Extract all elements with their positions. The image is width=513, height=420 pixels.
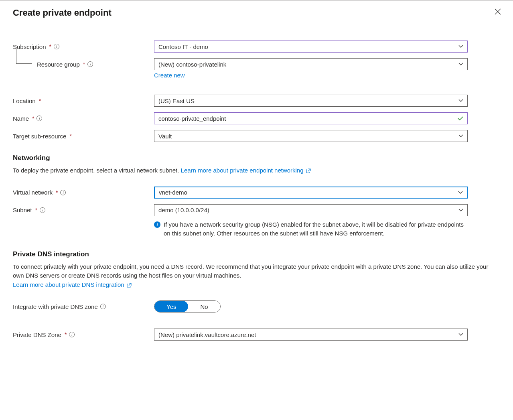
- required-indicator: *: [39, 97, 41, 104]
- subnet-value: demo (10.0.0.0/24): [158, 207, 209, 213]
- dns-section-desc: To connect privately with your private e…: [13, 262, 500, 290]
- virtual-network-select[interactable]: vnet-demo: [154, 187, 468, 199]
- page-title: Create private endpoint: [13, 8, 500, 18]
- required-indicator: *: [69, 133, 71, 139]
- networking-section-title: Networking: [13, 154, 500, 162]
- dns-section-title: Private DNS integration: [13, 250, 500, 258]
- tree-connector: [16, 48, 32, 64]
- info-badge-icon: i: [154, 221, 160, 228]
- external-link-icon: [127, 283, 132, 288]
- name-input[interactable]: contoso-private_endpoint: [154, 112, 468, 124]
- chevron-down-icon: [458, 191, 463, 194]
- external-link-icon: [306, 168, 311, 173]
- info-icon[interactable]: i: [87, 61, 93, 67]
- info-icon[interactable]: i: [54, 44, 59, 49]
- chevron-down-icon: [458, 333, 463, 336]
- location-value: (US) East US: [158, 97, 195, 104]
- name-value: contoso-private_endpoint: [158, 115, 226, 122]
- integrate-dns-no[interactable]: No: [188, 301, 220, 312]
- chevron-down-icon: [458, 63, 463, 66]
- subscription-value: Contoso IT - demo: [158, 43, 208, 50]
- resource-group-select[interactable]: (New) contoso-privatelink: [154, 58, 468, 70]
- chevron-down-icon: [458, 209, 463, 212]
- chevron-down-icon: [458, 99, 463, 102]
- info-icon[interactable]: i: [60, 190, 66, 195]
- info-icon[interactable]: i: [100, 304, 106, 309]
- subscription-select[interactable]: Contoso IT - demo: [154, 41, 468, 53]
- private-dns-zone-select[interactable]: (New) privatelink.vaultcore.azure.net: [154, 329, 468, 341]
- target-sub-resource-select[interactable]: Vault: [154, 130, 468, 142]
- subnet-select[interactable]: demo (10.0.0.0/24): [154, 204, 468, 216]
- virtual-network-label: Virtual network: [13, 189, 53, 196]
- location-label: Location: [13, 97, 36, 104]
- resource-group-value: (New) contoso-privatelink: [158, 61, 226, 68]
- virtual-network-value: vnet-demo: [159, 189, 187, 196]
- dns-learn-more-link[interactable]: Learn more about private DNS integration: [13, 281, 132, 288]
- info-icon[interactable]: i: [36, 116, 42, 121]
- networking-section-desc: To deploy the private endpoint, select a…: [13, 166, 500, 175]
- info-icon[interactable]: i: [69, 332, 75, 337]
- integrate-dns-yes[interactable]: Yes: [154, 301, 188, 312]
- nsg-info-text: If you have a network security group (NS…: [164, 220, 468, 238]
- close-button[interactable]: [492, 6, 503, 17]
- create-new-link[interactable]: Create new: [154, 72, 185, 79]
- integrate-dns-label: Integrate with private DNS zone: [13, 303, 98, 310]
- integrate-dns-toggle: Yes No: [154, 300, 221, 312]
- private-dns-zone-label: Private DNS Zone: [13, 331, 61, 338]
- target-sub-resource-value: Vault: [158, 133, 172, 140]
- required-indicator: *: [65, 331, 67, 338]
- required-indicator: *: [83, 61, 85, 67]
- required-indicator: *: [56, 189, 58, 196]
- nsg-info-note: i If you have a network security group (…: [154, 220, 468, 238]
- chevron-down-icon: [458, 45, 463, 48]
- target-sub-resource-label: Target sub-resource: [13, 133, 66, 140]
- chevron-down-icon: [458, 134, 463, 138]
- info-icon[interactable]: i: [40, 207, 45, 213]
- networking-learn-more-link[interactable]: Learn more about private endpoint networ…: [181, 167, 311, 174]
- check-icon: [458, 116, 463, 121]
- subnet-label: Subnet: [13, 207, 32, 213]
- required-indicator: *: [35, 207, 37, 213]
- name-label: Name: [13, 115, 29, 122]
- required-indicator: *: [32, 115, 34, 122]
- private-dns-zone-value: (New) privatelink.vaultcore.azure.net: [158, 331, 256, 338]
- location-select[interactable]: (US) East US: [154, 95, 468, 107]
- resource-group-label: Resource group: [37, 61, 80, 68]
- close-icon: [495, 8, 501, 15]
- required-indicator: *: [49, 43, 51, 50]
